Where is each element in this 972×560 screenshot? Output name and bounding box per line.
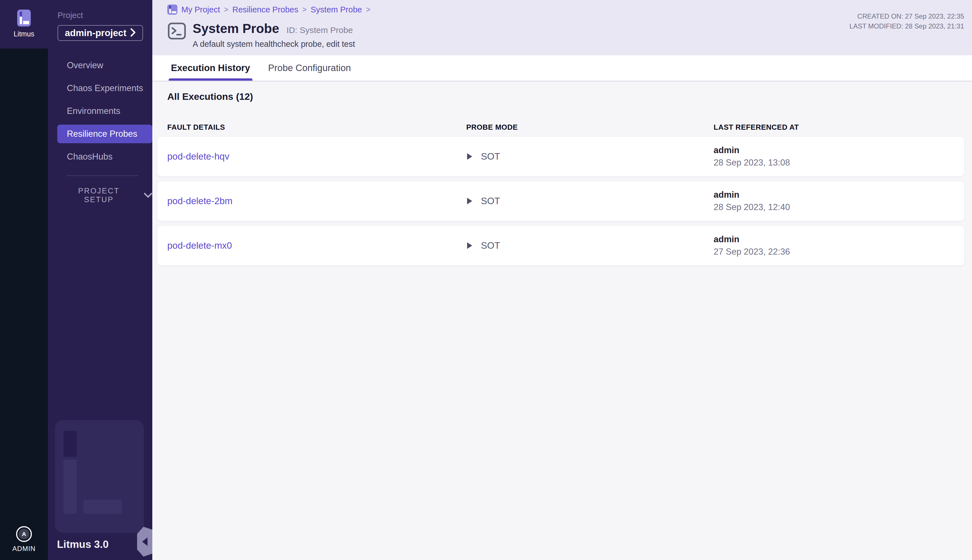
breadcrumb-resilience-probes[interactable]: Resilience Probes [232, 5, 298, 14]
table-row: pod-delete-2bm SOT admin 28 Sep 2023, 12… [157, 181, 964, 221]
user-avatar[interactable]: A [16, 526, 32, 542]
referenced-by-user: admin [714, 234, 964, 245]
probe-id-label: ID: System Probe [287, 25, 353, 35]
breadcrumb-system-probe[interactable]: System Probe [310, 5, 362, 14]
sidebar-item-chaos-experiments[interactable]: Chaos Experiments [48, 77, 152, 100]
avatar-initial: A [18, 529, 29, 539]
col-probe-mode: PROBE MODE [466, 123, 714, 132]
table-row: pod-delete-hqv SOT admin 28 Sep 2023, 13… [157, 137, 964, 176]
project-setup-toggle[interactable]: PROJECT SETUP [48, 187, 152, 204]
sidebar-item-chaoshubs[interactable]: ChaosHubs [48, 145, 152, 168]
fault-link[interactable]: pod-delete-hqv [167, 151, 466, 162]
project-setup-label: PROJECT SETUP [67, 187, 131, 204]
page-header: My Project > Resilience Probes > System … [152, 0, 972, 55]
breadcrumb-separator: > [224, 5, 228, 14]
project-label: Project [58, 11, 152, 20]
terminal-probe-icon [167, 22, 187, 41]
collapse-left-icon [142, 537, 148, 546]
app-version: Litmus 3.0 [57, 538, 108, 550]
last-modified-label: LAST MODIFIED: 28 Sep 2023, 21:31 [850, 21, 964, 31]
user-role-label: ADMIN [12, 545, 35, 553]
sidebar-item-environments[interactable]: Environments [48, 100, 152, 122]
table-row: pod-delete-mx0 SOT admin 27 Sep 2023, 22… [157, 226, 964, 265]
fault-link[interactable]: pod-delete-mx0 [167, 240, 466, 251]
executions-panel: All Executions (12) FAULT DETAILS PROBE … [152, 82, 972, 560]
probe-mode-value: SOT [481, 196, 500, 207]
litmus-logo-icon [17, 10, 31, 27]
col-last-referenced-at: LAST REFERENCED AT [714, 123, 964, 132]
probe-mode-value: SOT [481, 151, 500, 162]
probe-description: A default system healthcheck probe, edit… [193, 40, 355, 49]
tab-execution-history[interactable]: Execution History [171, 55, 250, 81]
table-header: FAULT DETAILS PROBE MODE LAST REFERENCED… [157, 123, 964, 132]
tab-probe-configuration[interactable]: Probe Configuration [268, 55, 351, 81]
project-selector[interactable]: admin-project [58, 25, 143, 41]
probe-meta: CREATED ON: 27 Sep 2023, 22:35 LAST MODI… [850, 11, 964, 31]
litmus-watermark [55, 420, 144, 533]
col-fault-details: FAULT DETAILS [167, 123, 466, 132]
brand-block: Litmus [0, 0, 48, 48]
brand-name: Litmus [13, 30, 34, 38]
executions-heading: All Executions (12) [167, 91, 964, 102]
probe-mode-value: SOT [481, 240, 500, 251]
referenced-at-time: 27 Sep 2023, 22:36 [714, 247, 964, 257]
referenced-at-time: 28 Sep 2023, 12:40 [714, 202, 964, 212]
breadcrumb-litmus-icon [167, 5, 177, 15]
sidebar-item-overview[interactable]: Overview [48, 54, 152, 77]
chevron-down-icon [144, 191, 152, 200]
project-name: admin-project [65, 28, 127, 38]
tabbar: Execution History Probe Configuration [152, 55, 972, 82]
sidebar: Project admin-project Overview Chaos Exp… [48, 0, 152, 560]
left-rail: Litmus A ADMIN [0, 0, 48, 560]
fault-link[interactable]: pod-delete-2bm [167, 196, 466, 207]
expand-play-button[interactable] [466, 242, 473, 250]
sidebar-nav: Overview Chaos Experiments Environments … [48, 54, 152, 168]
breadcrumb-separator: > [366, 5, 370, 14]
breadcrumb-my-project[interactable]: My Project [182, 5, 220, 14]
referenced-by-user: admin [714, 145, 964, 155]
expand-play-button[interactable] [466, 153, 473, 160]
sidebar-item-resilience-probes[interactable]: Resilience Probes [57, 125, 152, 143]
referenced-by-user: admin [714, 190, 964, 200]
page-title: System Probe [193, 21, 279, 36]
main-area: My Project > Resilience Probes > System … [152, 0, 972, 560]
chevron-right-icon [130, 28, 136, 38]
expand-play-button[interactable] [466, 197, 473, 205]
breadcrumb-separator: > [302, 5, 307, 14]
created-on-label: CREATED ON: 27 Sep 2023, 22:35 [850, 11, 964, 21]
sidebar-divider [67, 175, 139, 176]
referenced-at-time: 28 Sep 2023, 13:08 [714, 158, 964, 168]
